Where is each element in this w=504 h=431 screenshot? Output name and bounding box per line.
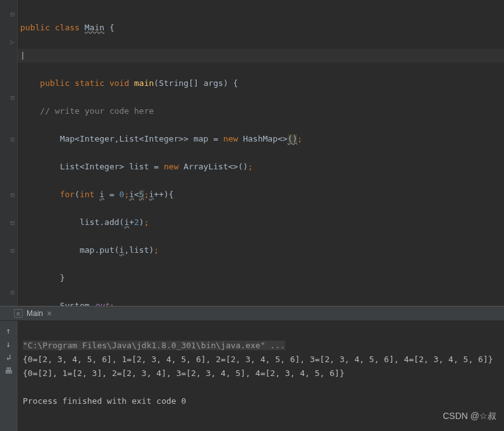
scroll-up-icon[interactable]: ↑: [3, 325, 15, 336]
close-icon[interactable]: ×: [47, 308, 52, 319]
fold-icon[interactable]: ⊟: [0, 188, 17, 202]
fold-icon[interactable]: ⊟: [0, 7, 17, 21]
cursor-line[interactable]: |: [18, 49, 504, 63]
run-tabs-bar: ≡ Main ×: [0, 306, 504, 321]
console-line: {0=[2], 1=[2, 3], 2=[2, 3, 4], 3=[2, 3, …: [23, 368, 345, 378]
console-output[interactable]: "C:\Program Files\Java\jdk1.8.0_301\bin\…: [18, 321, 504, 431]
fold-icon[interactable]: ⊟: [0, 90, 17, 104]
run-icon[interactable]: ▷: [0, 35, 17, 49]
print-icon[interactable]: 🖶: [3, 365, 15, 376]
fold-end-icon[interactable]: ⊡: [0, 243, 17, 257]
console-toolbar: ↑ ↓ ↲ 🖶: [0, 321, 18, 431]
scroll-down-icon[interactable]: ↓: [3, 338, 15, 349]
fold-end-icon[interactable]: ⊡: [0, 132, 17, 146]
console-command: "C:\Program Files\Java\jdk1.8.0_301\bin\…: [23, 341, 285, 350]
code-content[interactable]: public class Main { | public static void…: [18, 0, 504, 306]
console-panel: ↑ ↓ ↲ 🖶 "C:\Program Files\Java\jdk1.8.0_…: [0, 321, 504, 431]
code-editor[interactable]: ⊟ ▷ ⊟ ⊡ ⊟ ⊟ ⊡ ⊡ ⊡ public class Main { | …: [0, 0, 504, 306]
watermark: CSDN @☆叔: [443, 411, 496, 422]
soft-wrap-icon[interactable]: ↲: [3, 351, 15, 363]
tab-label: Main: [27, 309, 43, 318]
terminal-icon: ≡: [14, 309, 23, 318]
console-line: {0=[2, 3, 4, 5, 6], 1=[2, 3, 4, 5, 6], 2…: [23, 355, 493, 364]
fold-end-icon[interactable]: ⊡: [0, 285, 17, 299]
tab-main[interactable]: ≡ Main ×: [9, 307, 57, 320]
editor-gutter: ⊟ ▷ ⊟ ⊡ ⊟ ⊟ ⊡ ⊡ ⊡: [0, 0, 18, 306]
console-exit: Process finished with exit code 0: [23, 396, 186, 406]
fold-icon[interactable]: ⊟: [0, 216, 17, 229]
